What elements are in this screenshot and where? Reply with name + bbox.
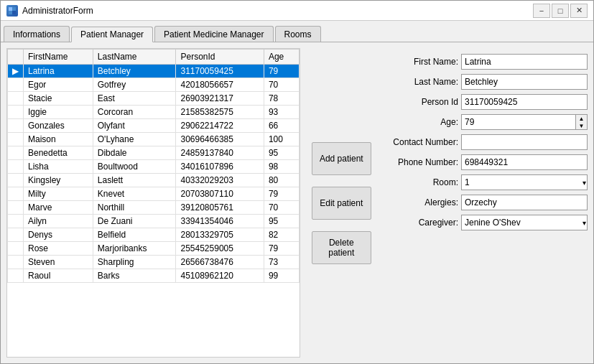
tab-patient-manager[interactable]: Patient Manager	[71, 27, 153, 42]
tab-bar: Informations Patient Manager Patient Med…	[1, 21, 593, 42]
add-patient-button[interactable]: Add patient	[312, 142, 371, 175]
minimize-button[interactable]: −	[533, 4, 550, 18]
close-button[interactable]: ✕	[570, 4, 588, 18]
table-row[interactable]: BenedettaDibdale2485913784095	[8, 146, 300, 160]
allergies-row: Alergies:	[383, 195, 588, 210]
phone-number-row: Phone Number:	[383, 154, 588, 170]
age-spinner: ▲ ▼	[461, 114, 588, 130]
contact-number-input[interactable]	[461, 134, 588, 150]
table-row[interactable]: GonzalesOlyfant2906221472266	[8, 119, 300, 133]
first-name-label: First Name:	[383, 57, 458, 67]
age-spin-buttons: ▲ ▼	[575, 115, 587, 129]
tab-patient-medicine-manager-label: Patient Medicine Manager	[164, 29, 264, 39]
table-row[interactable]: LishaBoultwood3401610789698	[8, 160, 300, 174]
age-input[interactable]	[462, 115, 575, 129]
phone-number-input[interactable]	[461, 154, 588, 170]
patient-form: First Name: Last Name: Person Id Age: ▲ …	[383, 48, 588, 358]
person-id-input[interactable]	[461, 94, 588, 110]
table-row[interactable]: MarveNorthill3912080576170	[8, 201, 300, 215]
col-last-name: LastName	[93, 50, 176, 65]
tab-informations-label: Informations	[13, 29, 60, 39]
svg-rect-3	[12, 11, 16, 14]
age-row: Age: ▲ ▼	[383, 114, 588, 130]
last-name-label: Last Name:	[383, 77, 458, 87]
contact-number-row: Contact Number:	[383, 134, 588, 150]
table-row[interactable]: MaisonO'Lyhane30696466385100	[8, 133, 300, 146]
last-name-input[interactable]	[461, 74, 588, 90]
table-row[interactable]: IggieCorcoran2158538257593	[8, 106, 300, 119]
caregiver-label: Caregiver:	[383, 218, 458, 228]
room-label: Room:	[383, 177, 458, 187]
table-row[interactable]: DenysBelfield2801332970582	[8, 228, 300, 242]
patient-table-section: FirstName LastName PersonId Age ▶Latrina…	[6, 48, 300, 358]
age-label: Age:	[383, 117, 458, 127]
table-row[interactable]: EgorGotfrey4201805665770	[8, 78, 300, 92]
app-icon	[6, 5, 18, 17]
age-increment-button[interactable]: ▲	[576, 115, 587, 122]
delete-patient-button[interactable]: Delete patient	[312, 231, 371, 264]
allergies-input[interactable]	[461, 195, 588, 210]
person-id-label: Person Id	[383, 97, 458, 107]
main-window: AdministratorForm − □ ✕ Informations Pat…	[0, 0, 594, 364]
table-row[interactable]: ▶LatrinaBetchley3117005942579	[8, 65, 300, 78]
col-age: Age	[264, 50, 299, 65]
allergies-label: Alergies:	[383, 197, 458, 207]
first-name-row: First Name:	[383, 54, 588, 70]
table-row[interactable]: KingsleyLaslett4033202920380	[8, 174, 300, 187]
col-first-name: FirstName	[24, 50, 93, 65]
table-row[interactable]: RoseMarjoribanks2554525900579	[8, 242, 300, 256]
tab-rooms[interactable]: Rooms	[275, 26, 321, 42]
patient-table: FirstName LastName PersonId Age ▶Latrina…	[7, 49, 300, 283]
title-controls: − □ ✕	[533, 4, 588, 18]
table-row[interactable]: MiltyKnevet2070380711079	[8, 187, 300, 201]
action-buttons-section: Add patient Edit patient Delete patient	[306, 48, 377, 358]
person-id-row: Person Id	[383, 94, 588, 110]
caregiver-select-wrapper: Jenine O'ShevOther ▾	[461, 215, 588, 230]
caregiver-select[interactable]: Jenine O'ShevOther	[461, 215, 588, 230]
age-decrement-button[interactable]: ▼	[576, 122, 587, 129]
svg-rect-0	[9, 7, 12, 11]
table-wrapper[interactable]: FirstName LastName PersonId Age ▶Latrina…	[7, 49, 300, 357]
last-name-row: Last Name:	[383, 74, 588, 90]
room-select[interactable]: 12345	[461, 174, 588, 190]
tab-informations[interactable]: Informations	[4, 26, 70, 42]
table-row[interactable]: RaoulBarks4510896212099	[8, 269, 300, 283]
room-row: Room: 12345 ▾	[383, 174, 588, 190]
table-row[interactable]: AilynDe Zuani3394135404695	[8, 215, 300, 228]
col-indicator	[8, 50, 24, 65]
title-bar: AdministratorForm − □ ✕	[1, 1, 593, 21]
svg-rect-1	[12, 7, 16, 11]
table-row[interactable]: StevenSharpling2656673847673	[8, 256, 300, 269]
svg-rect-2	[9, 11, 12, 14]
first-name-input[interactable]	[461, 54, 588, 70]
content-area: FirstName LastName PersonId Age ▶Latrina…	[1, 42, 593, 363]
caregiver-row: Caregiver: Jenine O'ShevOther ▾	[383, 215, 588, 230]
room-select-wrapper: 12345 ▾	[461, 174, 588, 190]
table-row[interactable]: StacieEast2690392131778	[8, 92, 300, 106]
tab-patient-medicine-manager[interactable]: Patient Medicine Manager	[154, 26, 273, 42]
contact-number-label: Contact Number:	[383, 137, 458, 147]
maximize-button[interactable]: □	[552, 4, 569, 18]
tab-rooms-label: Rooms	[284, 29, 312, 39]
edit-patient-button[interactable]: Edit patient	[312, 187, 371, 220]
window-title: AdministratorForm	[22, 6, 93, 16]
phone-number-label: Phone Number:	[383, 157, 458, 167]
title-bar-left: AdministratorForm	[6, 5, 93, 17]
col-person-id: PersonId	[176, 50, 264, 65]
tab-patient-manager-label: Patient Manager	[80, 29, 144, 39]
